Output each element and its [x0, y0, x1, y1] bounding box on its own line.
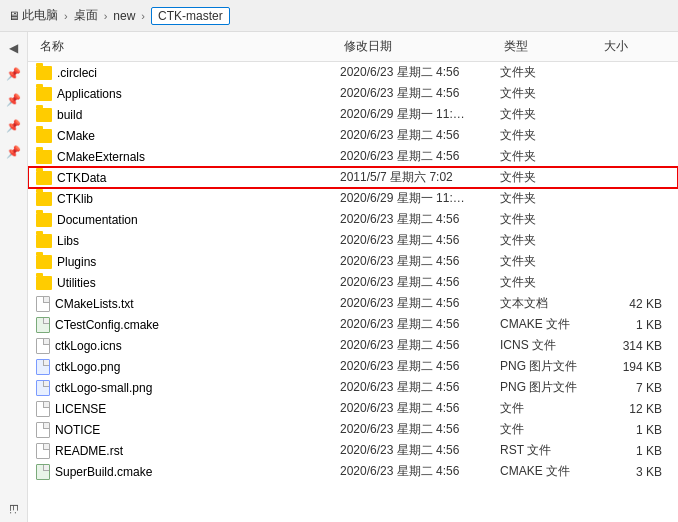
- sep-1: ›: [64, 10, 68, 22]
- folder-icon: [36, 276, 52, 290]
- file-name-text: NOTICE: [55, 423, 100, 437]
- file-type: CMAKE 文件: [500, 316, 600, 333]
- file-date: 2020/6/23 星期二 4:56: [340, 463, 500, 480]
- table-row[interactable]: Plugins2020/6/23 星期二 4:56文件夹: [28, 251, 678, 272]
- sidebar-pin-1[interactable]: 📌: [6, 66, 22, 82]
- file-size: 1 KB: [600, 318, 670, 332]
- file-name-text: Libs: [57, 234, 79, 248]
- table-row[interactable]: CMakeExternals2020/6/23 星期二 4:56文件夹: [28, 146, 678, 167]
- table-row[interactable]: ctkLogo.png2020/6/23 星期二 4:56PNG 图片文件194…: [28, 356, 678, 377]
- table-row[interactable]: Documentation2020/6/23 星期二 4:56文件夹: [28, 209, 678, 230]
- file-name-cell: Libs: [36, 234, 340, 248]
- sep-3: ›: [141, 10, 145, 22]
- file-date: 2020/6/23 星期二 4:56: [340, 85, 500, 102]
- table-row[interactable]: SuperBuild.cmake2020/6/23 星期二 4:56CMAKE …: [28, 461, 678, 482]
- file-name-text: SuperBuild.cmake: [55, 465, 152, 479]
- file-type: 文件夹: [500, 127, 600, 144]
- file-name-cell: CTKlib: [36, 192, 340, 206]
- file-type: ICNS 文件: [500, 337, 600, 354]
- table-row[interactable]: LICENSE2020/6/23 星期二 4:56文件12 KB: [28, 398, 678, 419]
- file-icon: [36, 422, 50, 438]
- file-date: 2020/6/23 星期二 4:56: [340, 232, 500, 249]
- breadcrumb-pc[interactable]: 🖥 此电脑: [8, 7, 58, 24]
- folder-icon: [36, 108, 52, 122]
- file-name-text: ctkLogo.png: [55, 360, 120, 374]
- file-size: 3 KB: [600, 465, 670, 479]
- table-row[interactable]: CTestConfig.cmake2020/6/23 星期二 4:56CMAKE…: [28, 314, 678, 335]
- table-row[interactable]: ctkLogo.icns2020/6/23 星期二 4:56ICNS 文件314…: [28, 335, 678, 356]
- file-date: 2020/6/23 星期二 4:56: [340, 127, 500, 144]
- image-icon: [36, 359, 50, 375]
- folder-icon: [36, 192, 52, 206]
- file-name-cell: CMakeLists.txt: [36, 296, 340, 312]
- file-content: 名称 修改日期 类型 大小 .circleci2020/6/23 星期二 4:5…: [28, 32, 678, 522]
- pc-icon: 🖥: [8, 9, 20, 23]
- file-type: 文件夹: [500, 148, 600, 165]
- folder-icon: [36, 87, 52, 101]
- col-date-header: 修改日期: [340, 36, 500, 57]
- folder-icon: [36, 171, 52, 185]
- sidebar-pin-4[interactable]: 📌: [6, 144, 22, 160]
- table-row[interactable]: README.rst2020/6/23 星期二 4:56RST 文件1 KB: [28, 440, 678, 461]
- table-row[interactable]: Libs2020/6/23 星期二 4:56文件夹: [28, 230, 678, 251]
- folder-icon: [36, 234, 52, 248]
- file-icon: [36, 338, 50, 354]
- file-type: 文件夹: [500, 211, 600, 228]
- file-size: 314 KB: [600, 339, 670, 353]
- file-date: 2020/6/23 星期二 4:56: [340, 274, 500, 291]
- breadcrumb-new[interactable]: new: [113, 9, 135, 23]
- table-row[interactable]: Applications2020/6/23 星期二 4:56文件夹: [28, 83, 678, 104]
- file-name-cell: Plugins: [36, 255, 340, 269]
- file-date: 2020/6/23 星期二 4:56: [340, 379, 500, 396]
- table-row[interactable]: CMakeLists.txt2020/6/23 星期二 4:56文本文档42 K…: [28, 293, 678, 314]
- file-name-cell: Utilities: [36, 276, 340, 290]
- file-type: 文件: [500, 400, 600, 417]
- file-name-cell: CTKData: [36, 171, 340, 185]
- file-name-text: Utilities: [57, 276, 96, 290]
- file-type: 文件夹: [500, 64, 600, 81]
- breadcrumb-ctk-master[interactable]: CTK-master: [151, 7, 230, 25]
- sep-2: ›: [104, 10, 108, 22]
- col-name-header: 名称: [36, 36, 340, 57]
- file-type: 文件夹: [500, 190, 600, 207]
- breadcrumb-desktop[interactable]: 桌面: [74, 7, 98, 24]
- folder-icon: [36, 129, 52, 143]
- file-name-text: CMake: [57, 129, 95, 143]
- file-date: 2020/6/23 星期二 4:56: [340, 148, 500, 165]
- file-date: 2020/6/29 星期一 11:…: [340, 106, 500, 123]
- file-name-cell: SuperBuild.cmake: [36, 464, 340, 480]
- sidebar-pin-2[interactable]: 📌: [6, 92, 22, 108]
- folder-icon: [36, 255, 52, 269]
- table-row[interactable]: ctkLogo-small.png2020/6/23 星期二 4:56PNG 图…: [28, 377, 678, 398]
- file-name-cell: ctkLogo.icns: [36, 338, 340, 354]
- table-row[interactable]: build2020/6/29 星期一 11:…文件夹: [28, 104, 678, 125]
- file-name-text: CMakeExternals: [57, 150, 145, 164]
- file-type: 文件夹: [500, 274, 600, 291]
- file-date: 2020/6/23 星期二 4:56: [340, 421, 500, 438]
- file-type: 文本文档: [500, 295, 600, 312]
- table-row[interactable]: CMake2020/6/23 星期二 4:56文件夹: [28, 125, 678, 146]
- file-date: 2020/6/23 星期二 4:56: [340, 400, 500, 417]
- sidebar-pin-3[interactable]: 📌: [6, 118, 22, 134]
- file-date: 2020/6/23 星期二 4:56: [340, 316, 500, 333]
- file-name-text: .circleci: [57, 66, 97, 80]
- file-name-cell: README.rst: [36, 443, 340, 459]
- col-size-header: 大小: [600, 36, 670, 57]
- table-row[interactable]: CTKlib2020/6/29 星期一 11:…文件夹: [28, 188, 678, 209]
- sidebar-back[interactable]: ◀: [6, 40, 22, 56]
- file-name-cell: Applications: [36, 87, 340, 101]
- file-name-cell: CMake: [36, 129, 340, 143]
- file-type: 文件夹: [500, 106, 600, 123]
- file-name-cell: ctkLogo-small.png: [36, 380, 340, 396]
- file-date: 2020/6/23 星期二 4:56: [340, 253, 500, 270]
- file-date: 2020/6/23 星期二 4:56: [340, 64, 500, 81]
- file-size: 12 KB: [600, 402, 670, 416]
- table-row[interactable]: NOTICE2020/6/23 星期二 4:56文件1 KB: [28, 419, 678, 440]
- table-row[interactable]: CTKData2011/5/7 星期六 7:02文件夹: [28, 167, 678, 188]
- table-row[interactable]: Utilities2020/6/23 星期二 4:56文件夹: [28, 272, 678, 293]
- file-size: 1 KB: [600, 444, 670, 458]
- file-name-text: README.rst: [55, 444, 123, 458]
- file-name-text: Documentation: [57, 213, 138, 227]
- table-row[interactable]: .circleci2020/6/23 星期二 4:56文件夹: [28, 62, 678, 83]
- file-date: 2011/5/7 星期六 7:02: [340, 169, 500, 186]
